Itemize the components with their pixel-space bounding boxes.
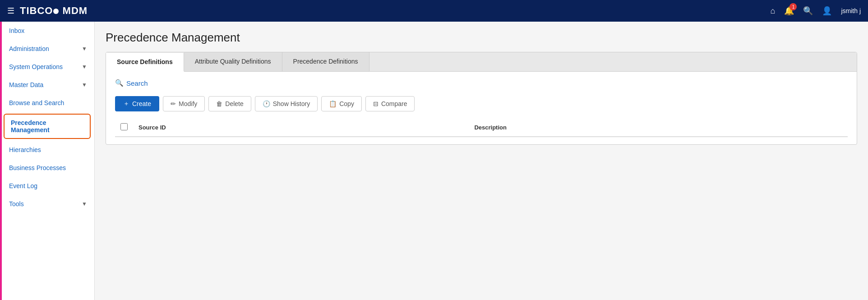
data-table: Source ID Description — [115, 119, 848, 137]
table-header-source-id: Source ID — [133, 119, 469, 137]
edit-icon: ✏ — [171, 100, 176, 107]
card-body: 🔍 Search ＋ Create ✏ Modify 🗑 Dele — [106, 72, 857, 144]
chevron-down-icon: ▼ — [82, 64, 87, 70]
sidebar-item-label: Hierarchies — [9, 146, 41, 153]
sidebar-item-label: Browse and Search — [9, 99, 64, 106]
content-area: Precedence Management Source Definitions… — [95, 22, 868, 300]
user-label[interactable]: jsmith j — [841, 7, 861, 14]
sidebar-item-label: Event Log — [9, 182, 37, 189]
sidebar-item-event-log[interactable]: Event Log — [0, 177, 94, 195]
table-header-checkbox — [115, 119, 133, 137]
select-all-checkbox[interactable] — [120, 123, 128, 130]
sidebar-item-business-processes[interactable]: Business Processes — [0, 159, 94, 177]
sidebar-item-tools[interactable]: Tools ▼ — [0, 195, 94, 213]
delete-button[interactable]: 🗑 Delete — [208, 96, 251, 111]
tab-attribute-quality-definitions[interactable]: Attribute Quality Definitions — [184, 52, 282, 71]
compare-icon: ⊟ — [373, 100, 379, 107]
sidebar-item-administration[interactable]: Administration ▼ — [0, 40, 94, 58]
sidebar-item-precedence-management[interactable]: Precedence Management — [4, 114, 91, 139]
sidebar-item-label: Tools — [9, 200, 24, 208]
compare-button[interactable]: ⊟ Compare — [365, 96, 415, 111]
search-icon: 🔍 — [115, 79, 124, 87]
app-logo: TIBCO MDM — [20, 5, 88, 17]
copy-icon: 📋 — [329, 100, 337, 107]
tab-precedence-definitions[interactable]: Precedence Definitions — [282, 52, 369, 71]
copy-button[interactable]: 📋 Copy — [321, 96, 362, 111]
top-nav: ☰ TIBCO MDM ⌂ 🔔 1 🔍 👤 jsmith j — [0, 0, 868, 22]
sidebar-accent — [0, 22, 2, 300]
sidebar-item-inbox[interactable]: Inbox — [0, 22, 94, 40]
notification-badge: 1 — [790, 3, 797, 10]
search-link[interactable]: 🔍 Search — [115, 79, 848, 87]
sidebar-item-label: Master Data — [9, 81, 43, 88]
trash-icon: 🗑 — [216, 100, 222, 107]
user-icon[interactable]: 👤 — [822, 6, 832, 16]
plus-icon: ＋ — [123, 100, 129, 108]
sidebar-item-label: Precedence Management — [11, 119, 86, 134]
main-card: Source Definitions Attribute Quality Def… — [106, 52, 857, 145]
chevron-down-icon: ▼ — [82, 201, 87, 207]
page-title: Precedence Management — [106, 31, 857, 45]
sidebar-item-browse-and-search[interactable]: Browse and Search — [0, 94, 94, 112]
chevron-down-icon: ▼ — [82, 46, 87, 52]
create-button[interactable]: ＋ Create — [115, 96, 159, 111]
sidebar-item-label: Administration — [9, 45, 49, 52]
menu-icon[interactable]: ☰ — [7, 6, 14, 16]
home-icon[interactable]: ⌂ — [771, 6, 776, 16]
sidebar-item-system-operations[interactable]: System Operations ▼ — [0, 58, 94, 76]
history-icon: 🕐 — [263, 100, 270, 107]
chevron-down-icon: ▼ — [82, 82, 87, 88]
search-icon[interactable]: 🔍 — [803, 6, 813, 16]
toolbar: ＋ Create ✏ Modify 🗑 Delete 🕐 Show Histor… — [115, 96, 848, 111]
sidebar-item-label: System Operations — [9, 63, 63, 70]
notification-icon[interactable]: 🔔 1 — [784, 6, 794, 16]
sidebar-item-hierarchies[interactable]: Hierarchies — [0, 141, 94, 159]
sidebar-item-master-data[interactable]: Master Data ▼ — [0, 76, 94, 94]
sidebar: Inbox Administration ▼ System Operations… — [0, 22, 95, 300]
sidebar-item-label: Inbox — [9, 27, 24, 34]
sidebar-item-label: Business Processes — [9, 164, 66, 171]
tab-source-definitions[interactable]: Source Definitions — [106, 53, 184, 72]
show-history-button[interactable]: 🕐 Show History — [255, 96, 318, 111]
table-header-description: Description — [469, 119, 848, 137]
tab-bar: Source Definitions Attribute Quality Def… — [106, 52, 857, 72]
modify-button[interactable]: ✏ Modify — [163, 96, 205, 111]
